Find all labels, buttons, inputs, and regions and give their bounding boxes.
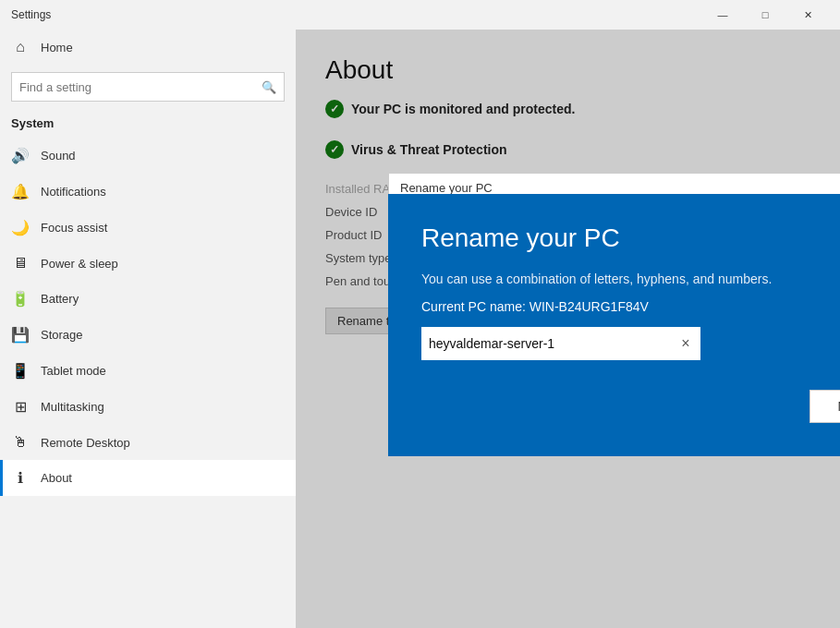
- home-icon: ⌂: [11, 39, 30, 55]
- sidebar-item-home[interactable]: ⌂ Home: [0, 30, 296, 65]
- app-title: Settings: [11, 8, 51, 21]
- next-button[interactable]: Next: [810, 390, 840, 423]
- sidebar-item-label: Tablet mode: [41, 364, 106, 378]
- sidebar-item-multitasking[interactable]: ⊞ Multitasking: [0, 389, 296, 425]
- input-clear-button[interactable]: ×: [671, 327, 700, 360]
- sidebar-item-label: About: [41, 471, 72, 485]
- multitasking-icon: ⊞: [11, 398, 30, 416]
- pc-name-input[interactable]: [421, 327, 671, 360]
- sidebar-item-label: Sound: [41, 149, 76, 163]
- window-controls: — □ ✕: [701, 0, 829, 30]
- search-icon: 🔍: [262, 80, 276, 94]
- sidebar-item-label: Remote Desktop: [41, 436, 130, 450]
- dialog-current-name: Current PC name: WIN-B24URG1F84V: [421, 299, 840, 314]
- remote-desktop-icon: 🖱: [11, 434, 30, 451]
- search-input[interactable]: [19, 80, 262, 94]
- focus-assist-icon: 🌙: [11, 219, 30, 236]
- about-icon: ℹ: [11, 469, 30, 487]
- sidebar-search-container: 🔍: [11, 72, 285, 102]
- sidebar-item-battery[interactable]: 🔋 Battery: [0, 281, 296, 317]
- sidebar-item-label: Notifications: [41, 185, 106, 199]
- sidebar-item-label: Power & sleep: [41, 257, 118, 271]
- sidebar-item-label: Focus assist: [41, 221, 107, 235]
- minimize-button[interactable]: —: [701, 0, 744, 30]
- rename-dialog: Rename your PC You can use a combination…: [388, 194, 840, 456]
- sidebar-item-remote-desktop[interactable]: 🖱 Remote Desktop: [0, 425, 296, 460]
- sound-icon: 🔊: [11, 147, 30, 164]
- content-area: About ✓ Your PC is monitored and protect…: [296, 30, 840, 628]
- close-button[interactable]: ✕: [786, 0, 829, 30]
- sidebar-item-label: Storage: [41, 328, 83, 342]
- power-sleep-icon: 🖥: [11, 255, 30, 272]
- sidebar-item-tablet-mode[interactable]: 📱 Tablet mode: [0, 353, 296, 389]
- title-bar: Settings — □ ✕: [0, 0, 840, 30]
- dialog-heading: Rename your PC: [421, 223, 840, 253]
- sidebar: ⌂ Home 🔍 System 🔊 Sound 🔔 Notifications …: [0, 30, 296, 628]
- sidebar-item-label: Multitasking: [41, 400, 104, 414]
- notifications-icon: 🔔: [11, 183, 30, 200]
- sidebar-item-power-sleep[interactable]: 🖥 Power & sleep: [0, 246, 296, 281]
- sidebar-item-label: Battery: [41, 292, 79, 306]
- storage-icon: 💾: [11, 326, 30, 344]
- sidebar-home-label: Home: [41, 41, 73, 54]
- tablet-mode-icon: 📱: [11, 362, 30, 380]
- dialog-description: You can use a combination of letters, hy…: [421, 272, 840, 286]
- sidebar-item-focus-assist[interactable]: 🌙 Focus assist: [0, 210, 296, 246]
- dialog-buttons: Next Cancel: [421, 390, 840, 423]
- sidebar-item-notifications[interactable]: 🔔 Notifications: [0, 174, 296, 210]
- sidebar-item-sound[interactable]: 🔊 Sound: [0, 138, 296, 174]
- dialog-input-row: ×: [421, 327, 840, 360]
- sidebar-item-storage[interactable]: 💾 Storage: [0, 317, 296, 353]
- dialog-title-bar-text: Rename your PC: [400, 181, 493, 195]
- main-layout: ⌂ Home 🔍 System 🔊 Sound 🔔 Notifications …: [0, 30, 840, 628]
- battery-icon: 🔋: [11, 290, 30, 308]
- sidebar-item-about[interactable]: ℹ About: [0, 460, 296, 496]
- dialog-current-name-value: WIN-B24URG1F84V: [530, 299, 649, 314]
- maximize-button[interactable]: □: [744, 0, 786, 30]
- dialog-current-name-label: Current PC name:: [421, 299, 526, 314]
- system-section-label: System: [0, 113, 296, 138]
